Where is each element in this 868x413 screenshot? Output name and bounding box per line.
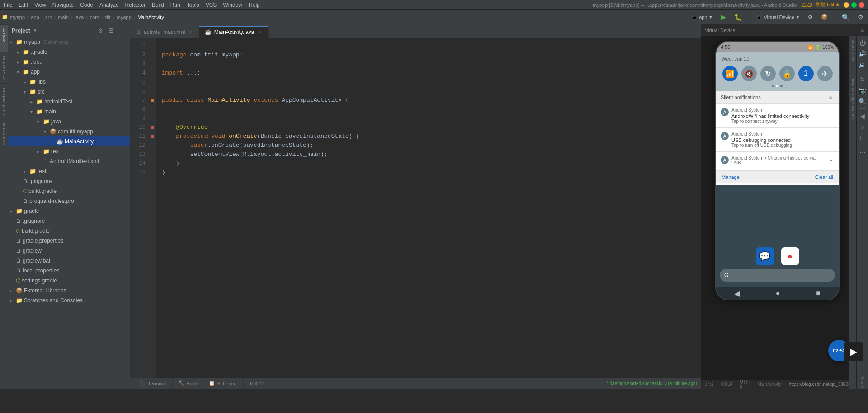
sidebar-tab-z-structure[interactable]: Z-Structure [0, 119, 8, 149]
notification-item-charging[interactable]: A Android System • Charging this device … [716, 152, 839, 170]
menu-help[interactable]: Help [249, 2, 260, 8]
sdk-manager[interactable]: 📦 [818, 12, 830, 23]
menu-vcs[interactable]: VCS [206, 2, 217, 8]
word-book-tab[interactable]: Word Book [850, 36, 856, 66]
tree-item-localprops[interactable]: ▸ 🗋 local.properties [8, 266, 130, 276]
tree-item-java[interactable]: ▾ 📁 java [8, 117, 130, 127]
recents-button[interactable]: ■ [816, 289, 821, 297]
tree-root-myapp[interactable]: ▾ 📁 myapp E:\ttit\myapp [8, 37, 130, 47]
tab-activity-main[interactable]: 🗋 activity_main.xml × [130, 26, 199, 38]
emulator-close[interactable]: × [861, 27, 864, 34]
debug-button[interactable]: 🐛 [731, 12, 745, 23]
menu-refactor[interactable]: Refactor [125, 2, 146, 8]
qs-screenlock-btn[interactable]: 🔒 [779, 66, 795, 81]
breadcrumb-app[interactable]: app [31, 14, 39, 20]
breadcrumb-myapp[interactable]: myapp [10, 14, 25, 20]
gradle-label[interactable]: Gradle [860, 376, 865, 389]
tree-item-package[interactable]: ▾ 📦 com.ttit.myapp [8, 127, 130, 136]
todo-tab[interactable]: TODO [244, 378, 269, 389]
qs-airplane-btn[interactable]: ✈ [817, 66, 833, 81]
more-icon[interactable]: ⋯ [858, 148, 868, 158]
device-file-explorer-tab[interactable]: Device File Explorer [850, 75, 856, 123]
build-tab[interactable]: 🔨 Build [173, 378, 203, 389]
layout-icon[interactable]: ☰ [107, 27, 115, 35]
back-button[interactable]: ◀ [734, 289, 740, 298]
recents-nav-icon[interactable]: □ [858, 133, 868, 143]
tree-item-libs[interactable]: ▸ 📁 libs [8, 77, 130, 87]
home-button[interactable]: ● [776, 289, 780, 297]
app-icon-messages[interactable]: 💬 [756, 247, 774, 265]
tree-item-external-libs[interactable]: ▸ 📦 External Libraries [8, 286, 130, 296]
menu-file[interactable]: File [4, 2, 12, 8]
volume-down-icon[interactable]: 🔉 [858, 60, 868, 70]
menu-analyze[interactable]: Analyze [99, 2, 119, 8]
google-search-bar[interactable]: G [720, 269, 835, 282]
tree-item-androidtest[interactable]: ▸ 📁 androidTest [8, 97, 130, 107]
tree-item-proguard[interactable]: ▸ 🗋 proguard-rules.pro [8, 196, 130, 206]
minimize-button[interactable] [844, 2, 849, 8]
menu-window[interactable]: Window [223, 2, 242, 8]
tree-item-main[interactable]: ▾ 📁 main [8, 107, 130, 117]
qs-wifi-btn[interactable]: 📶 [722, 66, 738, 81]
menu-build[interactable]: Build [152, 2, 164, 8]
menu-navigate[interactable]: Navigate [52, 2, 74, 8]
breadcrumb-main[interactable]: main [58, 14, 69, 20]
tree-item-manifest[interactable]: ▸ 🗋 AndroidManifest.xml [8, 156, 130, 166]
play-video-button[interactable]: ▶ [844, 342, 863, 361]
logcat-tab[interactable]: 📋 6: Logcat [203, 378, 244, 389]
breadcrumb-com[interactable]: com [90, 14, 99, 20]
sidebar-tab-project[interactable]: 1: Project [0, 24, 8, 52]
back-nav-icon[interactable]: ◀ [858, 111, 868, 121]
close-tab-activity-main[interactable]: × [188, 29, 193, 35]
avd-manager[interactable]: ⚙ [805, 12, 816, 23]
sidebar-tab-favorites[interactable]: 2: Favorites [0, 52, 8, 83]
notif-close-btn[interactable]: × [827, 94, 834, 101]
zoom-icon[interactable]: 🔍 [858, 96, 868, 106]
tree-item-idea[interactable]: ▸ 📁 .idea [8, 57, 130, 67]
tree-item-mainactivity[interactable]: ▸ ☕ MainActivity [8, 136, 130, 146]
menu-run[interactable]: Run [170, 2, 180, 8]
sidebar-tab-build-variants[interactable]: Build Variants [0, 83, 8, 119]
rotate-icon[interactable]: ↻ [858, 75, 868, 84]
breadcrumb-myapp2[interactable]: myapp [117, 14, 132, 20]
menu-tools[interactable]: Tools [187, 2, 199, 8]
clear-all-button[interactable]: Clear all [815, 174, 833, 180]
notification-item-usb[interactable]: A Android System USB debugging connected… [716, 128, 839, 152]
tree-item-test[interactable]: ▸ 📁 test [8, 166, 130, 176]
tree-item-gitignore2[interactable]: ▸ 🗋 .gitignore [8, 216, 130, 226]
tree-item-gitignore1[interactable]: ▸ 🗋 .gitignore [8, 176, 130, 186]
maximize-button[interactable] [851, 2, 857, 8]
qs-rotation-btn[interactable]: ↻ [760, 66, 776, 81]
tree-item-settingsgradle[interactable]: ▸ ⬡ settings.gradle [8, 276, 130, 286]
app-icon-chrome[interactable]: ● [781, 247, 799, 265]
power-icon[interactable]: ⏻ [858, 38, 868, 48]
volume-up-icon[interactable]: 🔊 [858, 49, 868, 59]
qs-1-btn[interactable]: 1 [798, 66, 814, 81]
run-button[interactable]: ▶ [718, 12, 729, 23]
tree-item-gradlewbat[interactable]: ▸ 🗋 gradlew.bat [8, 256, 130, 266]
home-nav-icon[interactable]: ○ [858, 122, 868, 132]
code-content[interactable]: package com.ttit.myapp; import ...; publ… [156, 38, 701, 378]
search-everywhere[interactable]: 🔍 [839, 12, 852, 23]
menu-code[interactable]: Code [80, 2, 93, 8]
menu-view[interactable]: View [34, 2, 46, 8]
tree-item-gradlew[interactable]: ▸ 🗋 gradlew [8, 246, 130, 256]
tree-item-gradle[interactable]: ▸ 📁 .gradle [8, 47, 130, 57]
close-tab-mainactivity[interactable]: × [257, 29, 262, 35]
device-selector[interactable]: 📱 Virtual Device ▼ [753, 12, 802, 23]
breadcrumb-mainactivity[interactable]: MainActivity [137, 14, 164, 20]
breadcrumb-ttit[interactable]: ttit [105, 14, 111, 20]
screenshot-icon[interactable]: 📷 [858, 85, 868, 95]
tab-mainactivity[interactable]: ☕ MainActivity.java × [199, 26, 269, 38]
breadcrumb-src[interactable]: src [45, 14, 52, 20]
settings[interactable]: ⚙ [855, 12, 866, 23]
gear-icon[interactable]: ⚙ [96, 27, 104, 35]
tree-item-gradle2[interactable]: ▸ 📁 gradle [8, 206, 130, 216]
tree-item-scratches[interactable]: ▸ 📁 Scratches and Consoles [8, 296, 130, 305]
tree-item-src[interactable]: ▾ 📁 src [8, 87, 130, 97]
close-button[interactable] [859, 2, 864, 8]
menu-edit[interactable]: Edit [19, 2, 28, 8]
qs-mute-btn[interactable]: 🔇 [741, 66, 757, 81]
manage-button[interactable]: Manage [722, 174, 740, 180]
tree-item-gradleprops[interactable]: ▸ 🗋 gradle.properties [8, 236, 130, 246]
